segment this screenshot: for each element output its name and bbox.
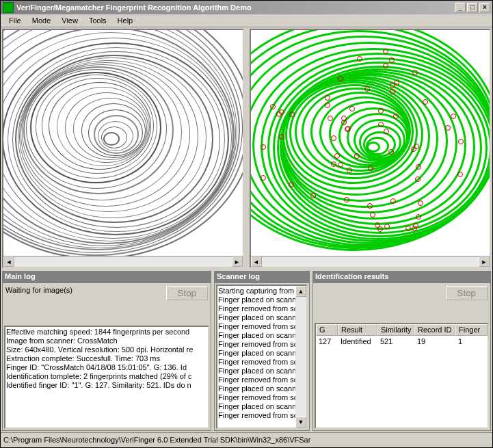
- scroll-down-icon[interactable]: ▼: [295, 417, 306, 427]
- log-line: Starting capturing from sc: [218, 287, 306, 295]
- log-line: Finger placed on scanne: [218, 384, 306, 393]
- results-table[interactable]: G Result Similarity Record ID Finger ID …: [315, 323, 489, 429]
- log-line: Finger removed from scan: [218, 304, 306, 313]
- log-line: Finger removed from scan: [218, 322, 306, 331]
- scroll-up-icon[interactable]: ▲: [295, 286, 306, 297]
- id-results-title: Identification results: [312, 271, 491, 282]
- main-log-listbox[interactable]: Effective matching speed: 1844 fingerpri…: [4, 326, 209, 429]
- scroll-left-icon[interactable]: ◄: [3, 256, 14, 267]
- main-log-title: Main log: [2, 271, 211, 282]
- window-controls: _ □ ×: [455, 3, 490, 12]
- log-line: Finger removed from scan: [218, 340, 306, 349]
- window-title: VeriFinger/Megamatcher Fingerprint Recog…: [16, 3, 252, 12]
- log-line: Finger placed on scanne: [218, 313, 306, 322]
- vscrollbar[interactable]: ▲ ▼: [295, 286, 306, 427]
- enhanced-fingerprint-pane[interactable]: ◄ ►: [250, 29, 492, 268]
- log-line: Finger placed on scanne: [218, 367, 306, 375]
- main-log-stop-button[interactable]: Stop: [166, 286, 208, 300]
- table-row[interactable]: 127 Identified 521 19 1: [316, 336, 488, 347]
- cell-similarity: 521: [377, 337, 414, 346]
- minimize-button[interactable]: _: [455, 3, 466, 12]
- scroll-right-icon[interactable]: ►: [232, 256, 243, 267]
- menu-file[interactable]: File: [3, 15, 27, 26]
- hscrollbar[interactable]: ◄ ►: [251, 256, 490, 267]
- log-line: Finger removed from scan: [218, 393, 306, 402]
- scroll-left-icon[interactable]: ◄: [251, 256, 262, 267]
- log-line: Finger removed from scan: [218, 375, 306, 384]
- main-log-panel: Main log Waiting for image(s) Stop Effec…: [2, 271, 211, 431]
- id-results-stop-button[interactable]: Stop: [446, 286, 488, 300]
- log-line: Identification tomplete: 2 fingerprints …: [6, 372, 207, 381]
- statusbar: C:\Program Files\Neurotechnology\VeriFin…: [1, 432, 492, 446]
- maximize-button[interactable]: □: [467, 3, 478, 12]
- menu-mode[interactable]: Mode: [27, 15, 57, 26]
- log-line: Image from scanner: CrossMatch: [6, 337, 207, 345]
- menubar: File Mode View Tools Help: [1, 14, 492, 27]
- close-button[interactable]: ×: [479, 3, 490, 12]
- id-results-panel: Identification results Stop G Result Sim…: [312, 271, 491, 431]
- log-line: Finger ID: "CrossMatch 04/18/08 15:01:05…: [6, 363, 207, 372]
- scanner-log-title: Scanner log: [214, 271, 310, 282]
- log-line: Finger removed from scan: [218, 411, 306, 420]
- log-line: Size: 640x480. Vertical resolution: 500 …: [6, 345, 207, 354]
- log-line: Effective matching speed: 1844 fingerpri…: [6, 328, 207, 337]
- cell-fingerid: 1: [455, 337, 488, 346]
- cell-g: 127: [316, 337, 338, 346]
- log-line: Finger placed on scanne: [218, 295, 306, 304]
- scanner-log-listbox[interactable]: Starting capturing from scFinger placed …: [216, 285, 308, 429]
- scroll-track[interactable]: [262, 256, 479, 267]
- log-line: Finger placed on scanne: [218, 349, 306, 358]
- log-line: Finger placed on scanne: [218, 402, 306, 411]
- scroll-track[interactable]: [14, 256, 232, 267]
- menu-tools[interactable]: Tools: [83, 15, 112, 26]
- cell-recordid: 19: [414, 337, 455, 346]
- log-line: Finger removed from scan: [218, 358, 306, 367]
- col-fingerid[interactable]: Finger ID: [455, 324, 488, 336]
- bottom-area: Main log Waiting for image(s) Stop Effec…: [1, 269, 492, 432]
- menu-help[interactable]: Help: [112, 15, 139, 26]
- log-line: Identified finger ID: "1". G: 127. Simil…: [6, 381, 207, 390]
- menu-view[interactable]: View: [56, 15, 83, 26]
- col-similarity[interactable]: Similarity: [377, 324, 414, 336]
- col-g[interactable]: G: [316, 324, 338, 336]
- log-line: Finger placed on scanne: [218, 331, 306, 340]
- main-area: ◄ ► ◄ ►: [1, 27, 492, 269]
- scanner-log-panel: Scanner log Starting capturing from scFi…: [214, 271, 310, 431]
- status-path: C:\Program Files\Neurotechnology\VeriFin…: [3, 436, 310, 444]
- raw-fingerprint-pane[interactable]: ◄ ►: [2, 29, 244, 268]
- main-log-waiting: Waiting for image(s): [5, 286, 72, 294]
- hscrollbar[interactable]: ◄ ►: [3, 256, 243, 267]
- scroll-right-icon[interactable]: ►: [479, 256, 490, 267]
- app-icon: [3, 2, 14, 13]
- scroll-track[interactable]: [295, 297, 306, 417]
- col-recordid[interactable]: Record ID: [414, 324, 455, 336]
- col-result[interactable]: Result: [338, 324, 377, 336]
- log-line: Extraction complete: Succesfull. Time: 7…: [6, 354, 207, 363]
- titlebar: VeriFinger/Megamatcher Fingerprint Recog…: [1, 1, 492, 14]
- cell-result: Identified: [338, 337, 377, 346]
- table-header[interactable]: G Result Similarity Record ID Finger ID: [316, 324, 488, 336]
- splitter-vertical[interactable]: [245, 27, 248, 269]
